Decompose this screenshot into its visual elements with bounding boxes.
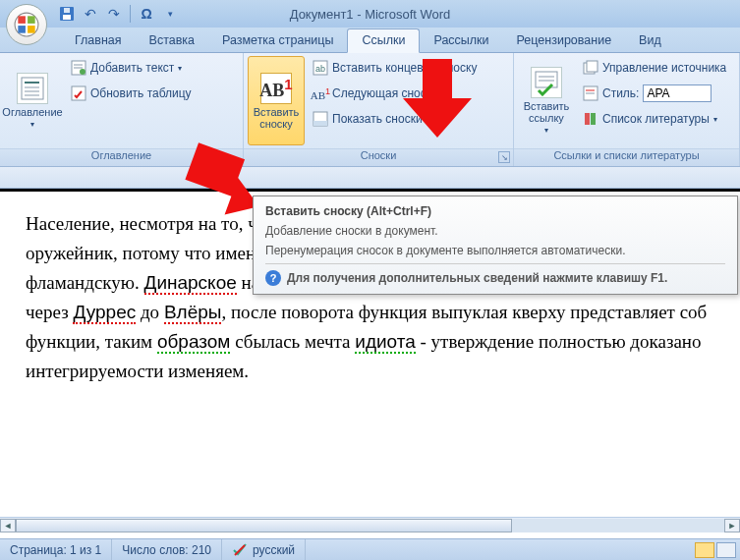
dropdown-caret-icon: ▾ bbox=[30, 120, 34, 129]
tooltip-line1: Добавление сноски в документ. bbox=[265, 224, 725, 238]
tab-page-layout[interactable]: Разметка страницы bbox=[208, 29, 347, 52]
view-full-screen-button[interactable] bbox=[716, 542, 736, 558]
footnotes-group-label: Сноски↘ bbox=[244, 148, 513, 166]
status-page[interactable]: Страница: 1 из 1 bbox=[0, 539, 112, 560]
bibliography-icon bbox=[583, 111, 598, 127]
svg-point-16 bbox=[80, 69, 85, 75]
insert-footnote-label: Вставить сноску bbox=[251, 106, 302, 130]
svg-rect-4 bbox=[28, 26, 35, 33]
bibliography-label: Список литературы bbox=[602, 112, 710, 126]
qat-dropdown-icon[interactable]: ▾ bbox=[162, 6, 178, 22]
tooltip: Вставить сноску (Alt+Ctrl+F) Добавление … bbox=[253, 196, 738, 295]
title-bar: ↶ ↷ Ω ▾ Документ1 - Microsoft Word bbox=[0, 0, 740, 28]
svg-rect-6 bbox=[63, 15, 71, 20]
style-row: Стиль: bbox=[579, 82, 730, 105]
style-icon bbox=[583, 85, 598, 101]
window-title: Документ1 - Microsoft Word bbox=[290, 7, 451, 22]
ruler-area bbox=[0, 167, 740, 189]
tooltip-title: Вставить сноску (Alt+Ctrl+F) bbox=[265, 204, 725, 218]
svg-rect-2 bbox=[28, 16, 35, 24]
svg-line-34 bbox=[235, 545, 245, 555]
ribbon: Оглавление ▾ Добавить текст ▾ Обновить т… bbox=[0, 53, 740, 167]
bibliography-button[interactable]: Список литературы ▾ bbox=[579, 107, 730, 131]
insert-citation-icon bbox=[531, 67, 562, 98]
insert-citation-label: Вставить ссылку bbox=[521, 100, 572, 124]
citations-group-label: Ссылки и списки литературы bbox=[514, 148, 739, 166]
insert-footnote-button[interactable]: AB1 Вставить сноску bbox=[248, 56, 305, 145]
next-footnote-icon: AB1 bbox=[313, 85, 328, 101]
svg-rect-30 bbox=[585, 113, 590, 125]
toc-button[interactable]: Оглавление ▾ bbox=[4, 56, 61, 145]
ribbon-tabs: Главная Вставка Разметка страницы Ссылки… bbox=[0, 28, 740, 53]
svg-rect-3 bbox=[18, 26, 26, 33]
manage-sources-button[interactable]: Управление источника bbox=[579, 56, 730, 80]
save-icon[interactable] bbox=[59, 6, 75, 22]
update-table-icon bbox=[71, 85, 86, 101]
svg-marker-33 bbox=[403, 59, 472, 138]
show-notes-icon bbox=[313, 111, 328, 127]
status-language-label: русский bbox=[253, 543, 295, 557]
status-language[interactable]: русский bbox=[222, 539, 306, 560]
annotation-arrow-left bbox=[175, 142, 263, 231]
svg-rect-21 bbox=[313, 121, 327, 126]
tooltip-help-text: Для получения дополнительных сведений на… bbox=[287, 271, 667, 285]
svg-rect-26 bbox=[587, 61, 598, 72]
undo-icon[interactable]: ↶ bbox=[83, 6, 98, 22]
tab-review[interactable]: Рецензирование bbox=[503, 29, 626, 52]
redo-icon[interactable]: ↷ bbox=[106, 6, 122, 22]
quick-access-toolbar: ↶ ↷ Ω ▾ bbox=[59, 0, 178, 28]
add-text-button[interactable]: Добавить текст ▾ bbox=[67, 56, 196, 80]
add-text-icon bbox=[71, 60, 86, 76]
svg-rect-1 bbox=[18, 16, 26, 24]
toc-label: Оглавление bbox=[2, 106, 62, 118]
svg-rect-17 bbox=[72, 86, 85, 100]
svg-rect-31 bbox=[591, 113, 596, 125]
svg-rect-7 bbox=[64, 8, 70, 13]
dropdown-caret-icon: ▾ bbox=[544, 126, 548, 135]
status-bar: Страница: 1 из 1 Число слов: 210 русский bbox=[0, 538, 740, 560]
style-label: Стиль: bbox=[602, 86, 639, 100]
insert-footnote-icon: AB1 bbox=[260, 73, 292, 104]
svg-marker-32 bbox=[179, 142, 263, 225]
tab-view[interactable]: Вид bbox=[625, 29, 675, 52]
tab-references[interactable]: Ссылки bbox=[347, 28, 420, 53]
tab-mailings[interactable]: Рассылки bbox=[420, 29, 502, 52]
update-table-button[interactable]: Обновить таблицу bbox=[67, 82, 196, 105]
scroll-left-icon[interactable]: ◄ bbox=[0, 519, 16, 532]
manage-sources-label: Управление источника bbox=[602, 61, 726, 75]
view-print-layout-button[interactable] bbox=[695, 542, 714, 558]
scroll-track[interactable] bbox=[16, 519, 724, 532]
scroll-thumb[interactable] bbox=[16, 519, 512, 532]
insert-endnote-icon: ab bbox=[313, 60, 328, 76]
annotation-arrow-right bbox=[398, 54, 477, 142]
horizontal-scrollbar[interactable]: ◄ ► bbox=[0, 517, 740, 532]
manage-sources-icon bbox=[583, 60, 598, 76]
svg-rect-22 bbox=[536, 72, 557, 87]
toc-icon bbox=[17, 73, 48, 104]
svg-rect-8 bbox=[22, 78, 43, 99]
omega-icon[interactable]: Ω bbox=[139, 6, 154, 22]
office-button[interactable] bbox=[6, 4, 47, 45]
tab-home[interactable]: Главная bbox=[61, 29, 136, 52]
tooltip-line2: Перенумерация сносок в документе выполня… bbox=[265, 244, 725, 257]
update-table-label: Обновить таблицу bbox=[90, 86, 192, 100]
scroll-right-icon[interactable]: ► bbox=[724, 519, 740, 532]
spellcheck-icon bbox=[232, 542, 248, 558]
help-icon: ? bbox=[265, 270, 281, 286]
tooltip-help: ? Для получения дополнительных сведений … bbox=[265, 263, 725, 286]
status-word-count[interactable]: Число слов: 210 bbox=[112, 539, 222, 560]
style-input[interactable] bbox=[643, 84, 712, 102]
insert-citation-button[interactable]: Вставить ссылку ▾ bbox=[518, 56, 575, 145]
view-buttons bbox=[695, 542, 740, 558]
tab-insert[interactable]: Вставка bbox=[136, 29, 208, 52]
svg-text:ab: ab bbox=[315, 64, 325, 74]
add-text-label: Добавить текст bbox=[90, 61, 174, 75]
footnotes-launcher-icon[interactable]: ↘ bbox=[498, 151, 510, 163]
